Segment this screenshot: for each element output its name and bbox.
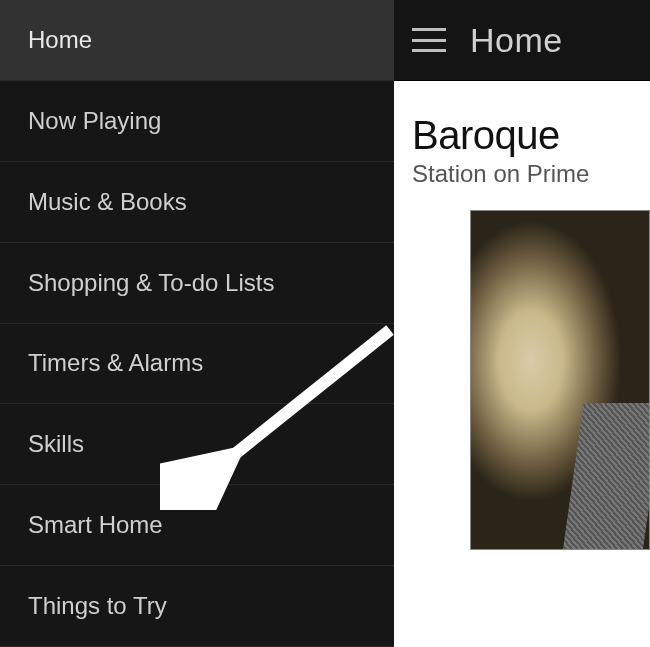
card-title: Baroque: [412, 113, 650, 158]
nav-item-shopping-todo[interactable]: Shopping & To-do Lists: [0, 243, 394, 324]
main-header: Home: [394, 0, 650, 81]
hamburger-icon[interactable]: [412, 28, 446, 52]
content-area: Baroque Station on Prime: [394, 81, 650, 550]
nav-item-music-books[interactable]: Music & Books: [0, 162, 394, 243]
app-root: Home Now Playing Music & Books Shopping …: [0, 0, 650, 647]
nav-item-label: Shopping & To-do Lists: [28, 269, 274, 297]
album-art[interactable]: [470, 210, 650, 550]
nav-item-now-playing[interactable]: Now Playing: [0, 81, 394, 162]
page-title: Home: [470, 21, 563, 60]
nav-item-timers-alarms[interactable]: Timers & Alarms: [0, 324, 394, 405]
main-panel: Home Baroque Station on Prime: [394, 0, 650, 647]
nav-item-label: Timers & Alarms: [28, 349, 203, 377]
nav-item-label: Music & Books: [28, 188, 187, 216]
nav-item-label: Skills: [28, 430, 84, 458]
nav-item-label: Smart Home: [28, 511, 163, 539]
card-subtitle: Station on Prime: [412, 160, 650, 188]
nav-item-skills[interactable]: Skills: [0, 404, 394, 485]
nav-drawer: Home Now Playing Music & Books Shopping …: [0, 0, 394, 647]
nav-item-things-to-try[interactable]: Things to Try: [0, 566, 394, 647]
nav-item-label: Now Playing: [28, 107, 161, 135]
nav-item-smart-home[interactable]: Smart Home: [0, 485, 394, 566]
nav-item-home[interactable]: Home: [0, 0, 394, 81]
nav-item-label: Things to Try: [28, 592, 167, 620]
nav-item-label: Home: [28, 26, 92, 54]
